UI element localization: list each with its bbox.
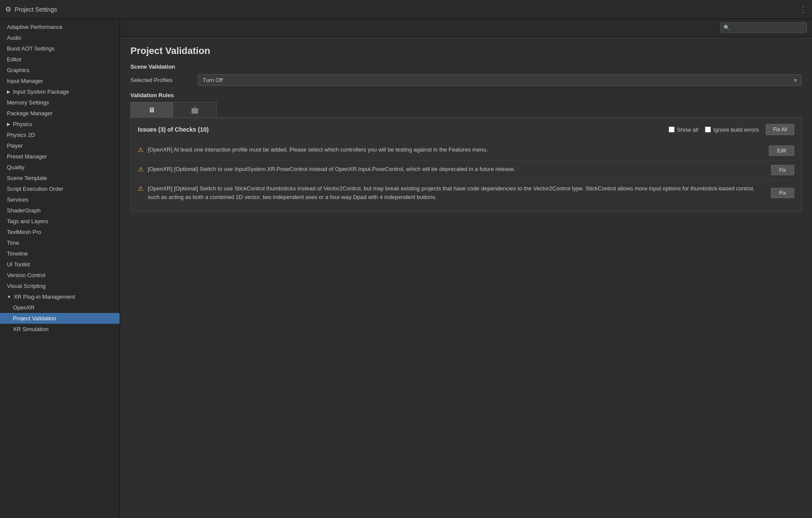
issue-item-2: ⚠[OpenXR] [Optional] Switch to use Input… (138, 161, 794, 180)
sidebar-item-label-burst-aot: Burst AOT Settings (7, 45, 54, 52)
sidebar-item-quality[interactable]: Quality (0, 162, 120, 173)
issue-button-2[interactable]: Fix (771, 165, 794, 175)
sidebar-item-graphics[interactable]: Graphics (0, 65, 120, 76)
sidebar-item-tags-and-layers[interactable]: Tags and Layers (0, 216, 120, 227)
sidebar-item-burst-aot[interactable]: Burst AOT Settings (0, 43, 120, 54)
more-icon[interactable]: ⋮ (799, 5, 807, 14)
tab-android[interactable] (173, 102, 217, 117)
sidebar-item-label-adaptive-performance: Adaptive Performance (7, 24, 63, 30)
warning-icon-3: ⚠ (138, 185, 143, 193)
sidebar-item-xr-simulation[interactable]: XR Simulation (0, 324, 120, 335)
sidebar-item-input-manager[interactable]: Input Manager (0, 76, 120, 86)
sidebar-item-openxr[interactable]: OpenXR (0, 302, 120, 313)
sidebar-item-script-execution-order[interactable]: Script Execution Order (0, 183, 120, 194)
issue-text-3: [OpenXR] [Optional] Switch to use StickC… (148, 184, 767, 201)
issues-header: Issues (3) of Checks (10) Show all Ignor… (138, 124, 794, 135)
xr-plug-in-management-arrow-icon: ▼ (7, 294, 11, 299)
sidebar-item-input-system-package[interactable]: ▶Input System Package (0, 86, 120, 97)
show-all-checkbox[interactable] (669, 126, 675, 133)
main-layout: Adaptive PerformanceAudioBurst AOT Setti… (0, 19, 812, 518)
issues-list: ⚠[OpenXR] At least one interaction profi… (138, 141, 794, 205)
search-input[interactable] (720, 22, 807, 33)
sidebar-item-ui-toolkit[interactable]: UI Toolkit (0, 259, 120, 270)
validation-tabs (130, 102, 802, 118)
sidebar-item-label-preset-manager: Preset Manager (7, 153, 47, 160)
issue-text-1: [OpenXR] At least one interaction profil… (148, 145, 764, 154)
sidebar-item-adaptive-performance[interactable]: Adaptive Performance (0, 22, 120, 32)
sidebar-item-label-player: Player (7, 142, 23, 149)
android-icon (190, 106, 199, 114)
titlebar: ⚙ Project Settings ⋮ (0, 0, 812, 19)
issues-panel: Issues (3) of Checks (10) Show all Ignor… (130, 118, 802, 212)
sidebar-item-label-scene-template: Scene Template (7, 175, 47, 181)
sidebar-item-label-package-manager: Package Manager (7, 110, 53, 117)
sidebar-item-visual-scripting[interactable]: Visual Scripting (0, 281, 120, 291)
page-title: Project Validation (130, 45, 802, 57)
titlebar-right: ⋮ (799, 5, 807, 14)
searchbar: 🔍 (120, 19, 812, 37)
validation-rules-label: Validation Rules (130, 92, 802, 98)
sidebar-item-label-audio: Audio (7, 35, 21, 41)
ignore-build-errors-text: Ignore build errors (713, 126, 759, 133)
sidebar-item-label-services: Services (7, 196, 29, 203)
sidebar-item-label-openxr: OpenXR (13, 304, 35, 311)
sidebar-item-timeline[interactable]: Timeline (0, 248, 120, 259)
ignore-build-errors-label[interactable]: Ignore build errors (705, 126, 759, 133)
ignore-build-errors-checkbox[interactable] (705, 126, 711, 133)
sidebar-item-label-input-system-package: Input System Package (13, 88, 69, 95)
issue-item-3: ⚠[OpenXR] [Optional] Switch to use Stick… (138, 180, 794, 205)
sidebar-item-label-timeline: Timeline (7, 250, 28, 257)
sidebar-item-xr-plug-in-management[interactable]: ▼XR Plug-in Management (0, 291, 120, 302)
issue-item-1: ⚠[OpenXR] At least one interaction profi… (138, 141, 794, 161)
issue-text-2: [OpenXR] [Optional] Switch to use InputS… (148, 165, 767, 174)
sidebar-item-player[interactable]: Player (0, 140, 120, 151)
sidebar-item-label-visual-scripting: Visual Scripting (7, 283, 45, 289)
sidebar-item-version-control[interactable]: Version Control (0, 270, 120, 281)
show-all-label[interactable]: Show all (669, 126, 698, 133)
sidebar-item-preset-manager[interactable]: Preset Manager (0, 151, 120, 162)
sidebar-item-memory-settings[interactable]: Memory Settings (0, 97, 120, 108)
sidebar-item-label-script-execution-order: Script Execution Order (7, 186, 63, 192)
search-icon: 🔍 (723, 25, 730, 31)
sidebar-item-label-project-validation: Project Validation (13, 315, 56, 322)
selected-profiles-select[interactable]: Turn Off Default Custom (198, 74, 802, 86)
sidebar-item-editor[interactable]: Editor (0, 54, 120, 65)
tab-standalone[interactable] (130, 102, 173, 117)
titlebar-left: ⚙ Project Settings (5, 5, 57, 13)
sidebar-item-scene-template[interactable]: Scene Template (0, 173, 120, 183)
fix-all-button[interactable]: Fix All (766, 124, 794, 135)
sidebar-item-label-input-manager: Input Manager (7, 78, 43, 84)
search-wrapper: 🔍 (720, 22, 807, 33)
sidebar-item-project-validation[interactable]: Project Validation (0, 313, 120, 324)
warning-icon-1: ⚠ (138, 146, 143, 154)
sidebar-item-label-memory-settings: Memory Settings (7, 99, 49, 106)
sidebar-item-physics[interactable]: ▶Physics (0, 119, 120, 130)
sidebar-item-package-manager[interactable]: Package Manager (0, 108, 120, 119)
show-all-text: Show all (677, 126, 698, 133)
sidebar-item-label-tags-and-layers: Tags and Layers (7, 218, 48, 224)
monitor-icon (148, 106, 155, 114)
issue-button-3[interactable]: Fix (771, 188, 794, 198)
selected-profiles-row: Selected Profiles Turn Off Default Custo… (130, 74, 802, 86)
issues-title: Issues (3) of Checks (10) (138, 126, 662, 133)
sidebar-item-label-editor: Editor (7, 56, 22, 63)
sidebar-item-textmesh-pro[interactable]: TextMesh Pro (0, 227, 120, 237)
sidebar-item-time[interactable]: Time (0, 237, 120, 248)
gear-icon: ⚙ (5, 5, 11, 13)
scene-validation-label: Scene Validation (130, 63, 802, 70)
sidebar-item-audio[interactable]: Audio (0, 32, 120, 43)
titlebar-title: Project Settings (15, 6, 57, 13)
issue-button-1[interactable]: Edit (769, 145, 794, 156)
sidebar-item-label-shadergraph: ShaderGraph (7, 207, 41, 214)
sidebar: Adaptive PerformanceAudioBurst AOT Setti… (0, 19, 120, 518)
sidebar-item-label-textmesh-pro: TextMesh Pro (7, 229, 41, 235)
sidebar-item-label-physics: Physics (13, 121, 32, 127)
selected-profiles-select-wrapper: Turn Off Default Custom ▼ (198, 74, 802, 86)
sidebar-item-label-version-control: Version Control (7, 272, 45, 278)
content-body: Project Validation Scene Validation Sele… (120, 37, 812, 518)
sidebar-item-services[interactable]: Services (0, 194, 120, 205)
sidebar-item-label-time: Time (7, 240, 19, 246)
sidebar-item-physics-2d[interactable]: Physics 2D (0, 130, 120, 140)
sidebar-item-shadergraph[interactable]: ShaderGraph (0, 205, 120, 216)
input-system-package-arrow-icon: ▶ (7, 89, 10, 94)
